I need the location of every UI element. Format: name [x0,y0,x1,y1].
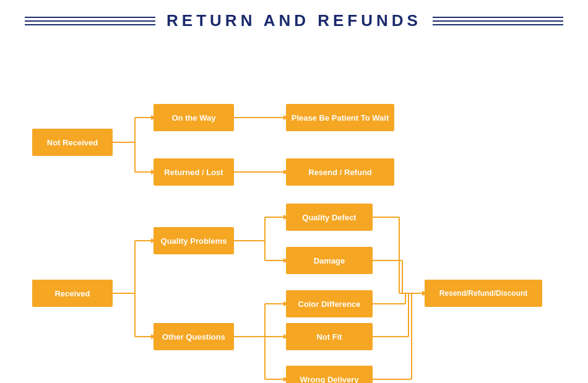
resend-refund-discount-box: Resend/Refund/Discount [425,280,542,307]
damage-box: Damage [286,247,373,274]
resend-refund-1-box: Resend / Refund [286,158,394,186]
page-title: RETURN AND REFUNDS [166,11,422,30]
quality-defect-box: Quality Defect [286,204,373,231]
quality-problems-box: Quality Problems [153,227,234,254]
not-received-box: Not Received [32,129,113,156]
color-difference-box: Color Difference [286,290,373,317]
title-lines-right [433,17,563,25]
wrong-delivery-box: Wrong Delivery [286,366,373,383]
returned-lost-box: Returned / Lost [153,158,234,186]
please-wait-box: Please Be Patient To Wait [286,104,394,131]
not-fit-box: Not Fit [286,323,373,350]
other-questions-box: Other Questions [153,323,234,350]
received-box: Received [32,280,113,307]
title-lines-left [25,17,155,25]
diagram: Not Received On the Way Returned / Lost … [0,37,588,383]
on-the-way-box: On the Way [153,104,234,131]
title-section: RETURN AND REFUNDS [0,0,588,37]
